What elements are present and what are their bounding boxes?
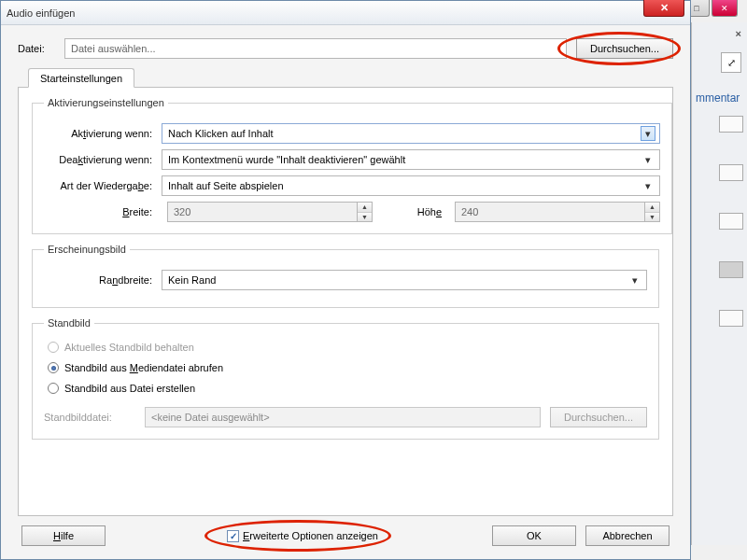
radio-from-media[interactable]: Standbild aus Mediendatei abrufen bbox=[48, 362, 643, 373]
border-combobox[interactable]: Kein Rand ▾ bbox=[162, 270, 647, 290]
width-label: Breite: bbox=[44, 206, 162, 217]
still-browse-button: Durchsuchen... bbox=[550, 407, 647, 427]
spin-up-icon: ▲ bbox=[645, 203, 659, 213]
side-fragment-text: mmentar bbox=[696, 91, 740, 105]
tab-panel: Starteinstellungen Aktivierungseinstellu… bbox=[18, 87, 673, 516]
checkbox-icon: ✓ bbox=[227, 530, 239, 542]
dialog-title: Audio einfügen bbox=[7, 7, 75, 19]
chevron-down-icon: ▾ bbox=[641, 178, 655, 193]
radio-from-file[interactable]: Standbild aus Datei erstellen bbox=[48, 383, 643, 394]
spin-down-icon: ▼ bbox=[358, 213, 372, 222]
titlebar: Audio einfügen ✕ bbox=[1, 1, 690, 25]
file-label: Datei: bbox=[18, 43, 55, 54]
file-row: Datei: Datei auswählen... Durchsuchen... bbox=[18, 38, 673, 59]
deactivate-combobox[interactable]: Im Kontextmenü wurde "Inhalt deaktiviere… bbox=[162, 149, 660, 170]
activate-combobox[interactable]: Nach Klicken auf Inhalt ▾ bbox=[162, 123, 660, 144]
group-activation: Aktivierungseinstellungen Aktivierung we… bbox=[32, 97, 672, 234]
parent-close-button[interactable]: ✕ bbox=[712, 0, 738, 17]
ok-button[interactable]: OK bbox=[492, 525, 576, 546]
chevron-down-icon: ▾ bbox=[641, 152, 655, 167]
dialog-footer: Hilfe ✓ Erweiterte Optionen anzeigen OK … bbox=[18, 516, 673, 550]
border-label: Randbreite: bbox=[44, 274, 162, 286]
radio-icon bbox=[48, 342, 59, 353]
file-input[interactable]: Datei auswählen... bbox=[64, 38, 567, 59]
radio-icon bbox=[48, 362, 59, 373]
playback-combobox[interactable]: Inhalt auf Seite abspielen ▾ bbox=[162, 175, 660, 196]
still-file-input: <keine Datei ausgewählt> bbox=[145, 407, 541, 427]
group-activation-legend: Aktivierungseinstellungen bbox=[44, 97, 168, 108]
chevron-down-icon: ▾ bbox=[627, 273, 642, 287]
activate-label: Aktivierung wenn: bbox=[44, 128, 162, 139]
still-file-label: Standbilddatei: bbox=[44, 412, 135, 423]
radio-keep-current: Aktuelles Standbild behalten bbox=[48, 342, 643, 353]
group-still: Standbild Aktuelles Standbild behalten S… bbox=[32, 317, 659, 440]
dialog-insert-audio: Audio einfügen ✕ Datei: Datei auswählen.… bbox=[0, 0, 691, 560]
height-label: Höhe bbox=[412, 206, 449, 217]
group-appearance-legend: Erscheinungsbild bbox=[44, 244, 130, 255]
tab-start-settings[interactable]: Starteinstellungen bbox=[28, 68, 134, 88]
cancel-button[interactable]: Abbrechen bbox=[585, 525, 669, 546]
browse-button[interactable]: Durchsuchen... bbox=[576, 38, 673, 59]
deactivate-label: Deaktivierung wenn: bbox=[44, 154, 162, 165]
side-row bbox=[719, 164, 743, 181]
side-row bbox=[719, 116, 743, 133]
width-spinbox: 320 ▲▼ bbox=[167, 202, 373, 222]
side-row bbox=[719, 261, 743, 278]
side-panel: × ⤢ mmentar bbox=[691, 22, 747, 545]
side-close-icon[interactable]: × bbox=[736, 28, 741, 39]
side-row bbox=[719, 213, 743, 230]
chevron-down-icon: ▾ bbox=[641, 126, 655, 141]
radio-icon bbox=[48, 383, 59, 394]
spin-up-icon: ▲ bbox=[358, 203, 372, 213]
group-still-legend: Standbild bbox=[44, 317, 94, 329]
group-appearance: Erscheinungsbild Randbreite: Kein Rand ▾ bbox=[32, 244, 659, 308]
dialog-close-button[interactable]: ✕ bbox=[643, 0, 684, 17]
advanced-options-checkbox[interactable]: ✓ Erweiterte Optionen anzeigen bbox=[227, 530, 378, 542]
help-button[interactable]: Hilfe bbox=[21, 525, 106, 546]
playback-label: Art der Wiedergabe: bbox=[44, 180, 162, 191]
height-spinbox: 240 ▲▼ bbox=[455, 202, 660, 222]
side-row bbox=[719, 310, 743, 327]
spin-down-icon: ▼ bbox=[645, 213, 659, 222]
side-expand-button[interactable]: ⤢ bbox=[721, 52, 741, 73]
